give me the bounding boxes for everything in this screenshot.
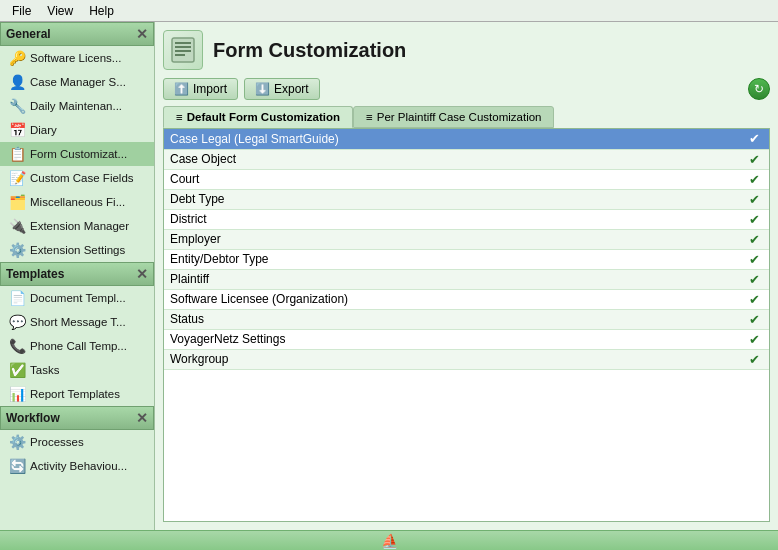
- miscellaneous-icon: 🗂️: [8, 193, 26, 211]
- check-icon: ✔: [749, 152, 760, 167]
- table-row[interactable]: Software Licensee (Organization)✔: [164, 289, 769, 309]
- sidebar-item-daily-maintenance-label: Daily Maintenan...: [30, 100, 122, 112]
- table-row[interactable]: Debt Type✔: [164, 189, 769, 209]
- import-label: Import: [193, 82, 227, 96]
- tabs-container: ≡ Default Form Customization ≡ Per Plain…: [163, 106, 770, 128]
- boat-icon: ⛵: [381, 533, 398, 549]
- sidebar-item-case-manager-label: Case Manager S...: [30, 76, 126, 88]
- processes-icon: ⚙️: [8, 433, 26, 451]
- sidebar-item-extension-manager-label: Extension Manager: [30, 220, 129, 232]
- table-cell-label: Status: [164, 309, 739, 329]
- sidebar-item-phone-call-label: Phone Call Temp...: [30, 340, 127, 352]
- table-row[interactable]: Entity/Debtor Type✔: [164, 249, 769, 269]
- sidebar-item-software-licensee-label: Software Licens...: [30, 52, 121, 64]
- table-row[interactable]: VoyagerNetz Settings✔: [164, 329, 769, 349]
- table-cell-check: ✔: [739, 149, 769, 169]
- close-workflow-icon[interactable]: ✕: [136, 410, 148, 426]
- sidebar-item-short-message[interactable]: 💬 Short Message T...: [0, 310, 154, 334]
- table-cell-check: ✔: [739, 269, 769, 289]
- sidebar-item-extension-manager[interactable]: 🔌 Extension Manager: [0, 214, 154, 238]
- sidebar-item-extension-settings[interactable]: ⚙️ Extension Settings: [0, 238, 154, 262]
- table-row[interactable]: Workgroup✔: [164, 349, 769, 369]
- sidebar-item-phone-call[interactable]: 📞 Phone Call Temp...: [0, 334, 154, 358]
- sidebar-item-document-templates[interactable]: 📄 Document Templ...: [0, 286, 154, 310]
- table-cell-check: ✔: [739, 349, 769, 369]
- sidebar-item-case-manager[interactable]: 👤 Case Manager S...: [0, 70, 154, 94]
- sidebar-item-tasks[interactable]: ✅ Tasks: [0, 358, 154, 382]
- diary-icon: 📅: [8, 121, 26, 139]
- sidebar-item-report-templates-label: Report Templates: [30, 388, 120, 400]
- table-row[interactable]: Case Object✔: [164, 149, 769, 169]
- menu-help[interactable]: Help: [81, 2, 122, 20]
- custom-case-fields-icon: 📝: [8, 169, 26, 187]
- sidebar-item-custom-case-fields[interactable]: 📝 Custom Case Fields: [0, 166, 154, 190]
- refresh-button[interactable]: ↻: [748, 78, 770, 100]
- content-area: Form Customization ⬆️ Import ⬇️ Export ↻…: [155, 22, 778, 530]
- export-button[interactable]: ⬇️ Export: [244, 78, 320, 100]
- table-row[interactable]: District✔: [164, 209, 769, 229]
- sidebar-item-activity-behaviour[interactable]: 🔄 Activity Behaviou...: [0, 454, 154, 478]
- main-container: General ✕ 🔑 Software Licens... 👤 Case Ma…: [0, 22, 778, 530]
- phone-call-icon: 📞: [8, 337, 26, 355]
- tab-default-form-customization[interactable]: ≡ Default Form Customization: [163, 106, 353, 128]
- sidebar-item-miscellaneous[interactable]: 🗂️ Miscellaneous Fi...: [0, 190, 154, 214]
- form-customization-table: Case Legal (Legal SmartGuide)✔Case Objec…: [164, 129, 769, 370]
- content-icon: [163, 30, 203, 70]
- tab-default-icon: ≡: [176, 111, 183, 123]
- table-row[interactable]: Employer✔: [164, 229, 769, 249]
- sidebar-item-short-message-label: Short Message T...: [30, 316, 126, 328]
- sidebar-section-general[interactable]: General ✕: [0, 22, 154, 46]
- menu-view[interactable]: View: [39, 2, 81, 20]
- sidebar-item-form-customization[interactable]: 📋 Form Customizat...: [0, 142, 154, 166]
- check-icon: ✔: [749, 232, 760, 247]
- table-cell-check: ✔: [739, 329, 769, 349]
- table-row[interactable]: Court✔: [164, 169, 769, 189]
- sidebar-item-form-customization-label: Form Customizat...: [30, 148, 127, 160]
- sidebar-item-miscellaneous-label: Miscellaneous Fi...: [30, 196, 125, 208]
- sidebar-item-processes-label: Processes: [30, 436, 84, 448]
- sidebar-item-processes[interactable]: ⚙️ Processes: [0, 430, 154, 454]
- sidebar-section-templates[interactable]: Templates ✕: [0, 262, 154, 286]
- sidebar-item-diary-label: Diary: [30, 124, 57, 136]
- table-cell-label: Debt Type: [164, 189, 739, 209]
- export-icon: ⬇️: [255, 82, 270, 96]
- sidebar-item-daily-maintenance[interactable]: 🔧 Daily Maintenan...: [0, 94, 154, 118]
- menu-file[interactable]: File: [4, 2, 39, 20]
- menu-bar: File View Help: [0, 0, 778, 22]
- sidebar: General ✕ 🔑 Software Licens... 👤 Case Ma…: [0, 22, 155, 530]
- case-manager-icon: 👤: [8, 73, 26, 91]
- table-cell-label: Employer: [164, 229, 739, 249]
- close-general-icon[interactable]: ✕: [136, 26, 148, 42]
- short-message-icon: 💬: [8, 313, 26, 331]
- extension-manager-icon: 🔌: [8, 217, 26, 235]
- table-row[interactable]: Case Legal (Legal SmartGuide)✔: [164, 129, 769, 149]
- svg-rect-1: [175, 42, 191, 44]
- tab-per-plaintiff-icon: ≡: [366, 111, 373, 123]
- import-icon: ⬆️: [174, 82, 189, 96]
- sidebar-item-report-templates[interactable]: 📊 Report Templates: [0, 382, 154, 406]
- svg-rect-3: [175, 50, 191, 52]
- check-icon: ✔: [749, 212, 760, 227]
- activity-behaviour-icon: 🔄: [8, 457, 26, 475]
- table-cell-label: Workgroup: [164, 349, 739, 369]
- sidebar-section-workflow[interactable]: Workflow ✕: [0, 406, 154, 430]
- check-icon: ✔: [749, 172, 760, 187]
- sidebar-section-workflow-label: Workflow: [6, 411, 60, 425]
- table-cell-label: Entity/Debtor Type: [164, 249, 739, 269]
- tab-per-plaintiff[interactable]: ≡ Per Plaintiff Case Customization: [353, 106, 554, 128]
- table-row[interactable]: Status✔: [164, 309, 769, 329]
- table-cell-label: Court: [164, 169, 739, 189]
- sidebar-item-diary[interactable]: 📅 Diary: [0, 118, 154, 142]
- check-icon: ✔: [749, 352, 760, 367]
- sidebar-item-software-licensee[interactable]: 🔑 Software Licens...: [0, 46, 154, 70]
- sidebar-item-extension-settings-label: Extension Settings: [30, 244, 125, 256]
- sidebar-item-tasks-label: Tasks: [30, 364, 59, 376]
- table-row[interactable]: Plaintiff✔: [164, 269, 769, 289]
- import-button[interactable]: ⬆️ Import: [163, 78, 238, 100]
- extension-settings-icon: ⚙️: [8, 241, 26, 259]
- table-cell-check: ✔: [739, 129, 769, 149]
- check-icon: ✔: [749, 332, 760, 347]
- form-customization-header-icon: [169, 36, 197, 64]
- close-templates-icon[interactable]: ✕: [136, 266, 148, 282]
- sidebar-item-document-templates-label: Document Templ...: [30, 292, 126, 304]
